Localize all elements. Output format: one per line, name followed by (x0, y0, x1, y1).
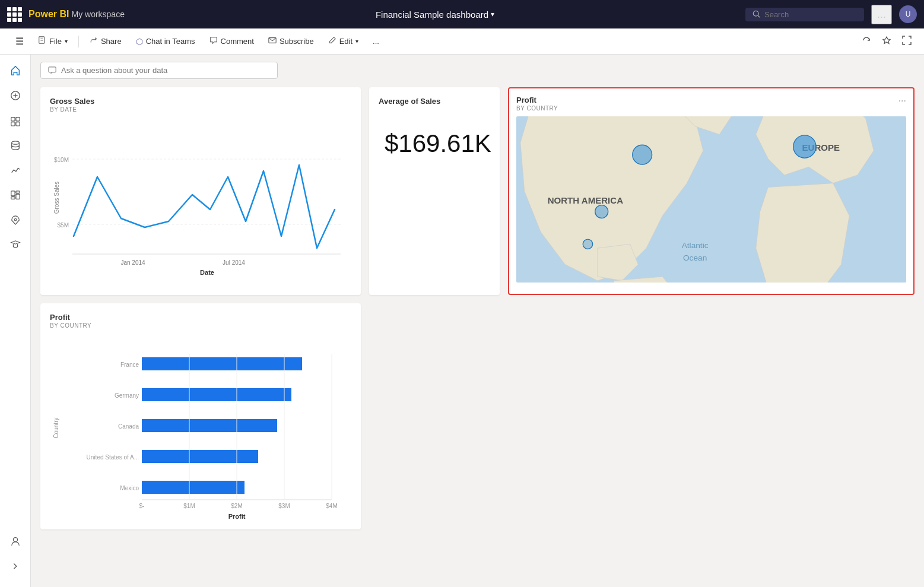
share-button[interactable]: Share (84, 33, 128, 50)
svg-text:Profit: Profit (228, 513, 246, 520)
map-container: NORTH AMERICA EUROPE Atlantic Ocean Micr… (516, 116, 906, 283)
file-icon (38, 36, 46, 46)
refresh-button[interactable] (859, 33, 874, 50)
top-nav: Power BI My workspace Financial Sample d… (0, 0, 924, 28)
svg-rect-13 (15, 122, 19, 126)
hamburger-icon: ☰ (15, 36, 24, 47)
dashboard-grid: Gross Sales BY DATE Gross Sales $10M $5M (40, 87, 915, 529)
svg-text:NORTH AMERICA: NORTH AMERICA (548, 195, 623, 205)
kpi-value: $169.61K (379, 129, 490, 158)
svg-text:$10M: $10M (54, 157, 69, 163)
sidebar-item-browse[interactable] (4, 109, 27, 132)
svg-rect-18 (11, 197, 14, 199)
svg-text:Jan 2014: Jan 2014 (120, 259, 145, 266)
svg-rect-17 (15, 194, 19, 199)
sidebar-item-account[interactable] (4, 530, 27, 553)
more-options-button[interactable]: ... (871, 5, 892, 24)
svg-point-0 (753, 11, 758, 16)
svg-text:Mexico: Mexico (120, 485, 139, 491)
brand: Power BI My workspace (28, 9, 125, 20)
left-sidebar (0, 55, 31, 587)
email-icon (268, 36, 277, 46)
svg-rect-11 (15, 118, 19, 121)
menu-button[interactable]: ☰ (9, 32, 30, 50)
svg-text:Atlantic: Atlantic (682, 241, 709, 250)
svg-text:Ocean: Ocean (683, 253, 707, 262)
svg-text:$5M: $5M (58, 222, 69, 229)
edit-button[interactable]: Edit ▾ (322, 33, 364, 50)
svg-text:$2M: $2M (231, 503, 242, 509)
svg-point-39 (793, 135, 816, 158)
svg-text:Jul 2014: Jul 2014 (223, 259, 245, 266)
qa-bar[interactable] (40, 62, 278, 79)
sidebar-item-dashboard[interactable] (4, 184, 27, 207)
svg-rect-15 (11, 191, 14, 196)
svg-point-19 (14, 218, 17, 221)
subscribe-button[interactable]: Subscribe (262, 33, 320, 50)
chat-teams-button[interactable]: ⬡ Chat in Teams (130, 33, 201, 50)
svg-marker-6 (883, 37, 890, 44)
svg-point-20 (13, 538, 17, 542)
svg-text:Date: Date (200, 269, 214, 276)
svg-text:Germany: Germany (115, 392, 139, 399)
svg-rect-45 (142, 357, 302, 370)
fullscreen-button[interactable] (899, 33, 915, 50)
line-chart-container: Gross Sales $10M $5M Jan 2014 Jul 2014 D… (50, 118, 351, 278)
avatar[interactable]: U (899, 5, 917, 23)
svg-text:$-: $- (139, 503, 145, 509)
svg-text:Canada: Canada (118, 423, 139, 430)
search-icon (752, 10, 761, 18)
separator (78, 36, 79, 47)
avg-sales-card: Average of Sales $169.61K (369, 87, 500, 295)
sidebar-item-metrics[interactable] (4, 159, 27, 182)
search-input[interactable] (764, 10, 847, 19)
svg-rect-49 (142, 419, 277, 432)
svg-rect-16 (15, 191, 19, 193)
sidebar-item-data[interactable] (4, 134, 27, 157)
svg-text:Gross Sales: Gross Sales (53, 182, 60, 214)
svg-rect-21 (49, 66, 56, 72)
svg-text:Country: Country (53, 417, 59, 438)
content-area: Gross Sales BY DATE Gross Sales $10M $5M (31, 55, 924, 587)
sidebar-item-learn[interactable] (4, 234, 27, 256)
svg-line-1 (758, 15, 760, 17)
sidebar-item-add[interactable] (4, 84, 27, 107)
bar-chart-container: Country France Germany Canada United Sta… (50, 336, 351, 520)
main-layout: Gross Sales BY DATE Gross Sales $10M $5M (0, 55, 924, 587)
brand-name: Power BI (28, 9, 69, 20)
qa-input[interactable] (61, 66, 227, 75)
comment-icon (209, 36, 218, 46)
svg-text:United States of A...: United States of A... (87, 454, 139, 461)
more-toolbar-button[interactable]: ... (367, 33, 385, 49)
waffle-menu-icon[interactable] (7, 7, 21, 21)
profit-map-card: Profit BY COUNTRY ··· (508, 87, 915, 295)
svg-point-14 (11, 141, 19, 144)
svg-rect-51 (142, 450, 258, 463)
map-more-button[interactable]: ··· (898, 96, 906, 106)
sidebar-item-home[interactable] (4, 59, 27, 82)
workspace-name[interactable]: My workspace (71, 9, 124, 19)
sidebar-item-expand[interactable] (4, 555, 27, 578)
map-card-header: Profit BY COUNTRY ··· (516, 96, 906, 112)
dashboard-title[interactable]: Financial Sample dashboard ▾ (132, 9, 738, 20)
edit-icon (328, 36, 336, 46)
teams-icon: ⬡ (136, 37, 143, 46)
svg-text:$4M: $4M (326, 503, 337, 509)
comment-button[interactable]: Comment (204, 33, 260, 50)
favorite-button[interactable] (879, 33, 894, 50)
qa-icon (48, 66, 56, 75)
gross-sales-card: Gross Sales BY DATE Gross Sales $10M $5M (40, 87, 361, 295)
file-button[interactable]: File ▾ (32, 33, 74, 50)
sidebar-item-rocket[interactable] (4, 209, 27, 231)
toolbar: ☰ File ▾ Share ⬡ Chat in Teams Comment S… (0, 28, 924, 55)
share-icon (90, 36, 98, 46)
svg-point-37 (595, 205, 608, 218)
gross-sales-chart: Gross Sales $10M $5M Jan 2014 Jul 2014 D… (50, 118, 347, 278)
svg-text:France: France (120, 361, 139, 368)
svg-point-36 (633, 145, 652, 164)
profit-bar-card: Profit BY COUNTRY Country France Germany (40, 303, 361, 529)
toolbar-right (859, 33, 915, 50)
svg-text:$1M: $1M (183, 503, 195, 509)
search-box[interactable] (745, 8, 864, 21)
profit-bar-chart: Country France Germany Canada United Sta… (50, 336, 341, 520)
